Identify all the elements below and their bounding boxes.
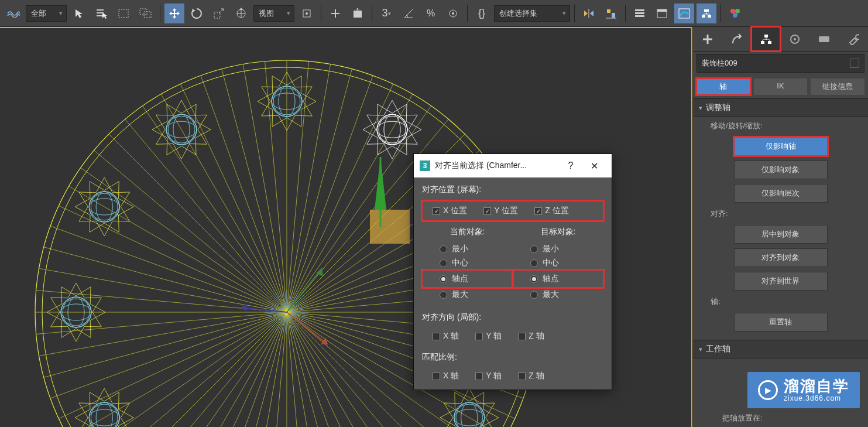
curve-editor-icon[interactable]	[674, 4, 694, 23]
align-icon[interactable]	[601, 4, 621, 23]
align-orientation-label: 对齐方向 (局部):	[422, 312, 603, 323]
svg-line-453	[51, 298, 60, 312]
svg-line-446	[84, 326, 101, 327]
wave-icon[interactable]	[4, 4, 23, 23]
current-max-radio[interactable]: 最大	[422, 288, 513, 302]
window-crossing-icon[interactable]	[136, 4, 156, 23]
svg-line-127	[303, 87, 312, 101]
svg-line-457	[68, 283, 76, 298]
svg-point-432	[91, 402, 118, 427]
svg-line-267	[486, 403, 495, 418]
dialog-titlebar[interactable]: 3 对齐当前选择 (Chamfer... ? ✕	[414, 154, 612, 177]
modify-tab[interactable]	[722, 27, 752, 51]
svg-line-533	[195, 121, 211, 129]
ik-subtab[interactable]: IK	[754, 78, 808, 95]
current-pivot-radio[interactable]: 轴点	[422, 270, 513, 288]
svg-line-144	[287, 76, 301, 85]
spinner-snap-icon[interactable]	[443, 4, 463, 23]
center-to-object-button[interactable]: 居中到对象	[734, 225, 828, 244]
svg-line-132	[272, 118, 287, 127]
x-axis-checkbox[interactable]: X 轴	[433, 331, 459, 341]
target-center-radio[interactable]: 中心	[513, 256, 603, 270]
target-min-radio[interactable]: 最小	[513, 242, 603, 256]
utilities-tab[interactable]	[839, 27, 868, 51]
current-center-radio[interactable]: 中心	[422, 256, 513, 270]
target-max-radio[interactable]: 最大	[513, 288, 603, 302]
layer-explorer-icon[interactable]	[630, 4, 650, 23]
edit-selection-set-icon[interactable]: {}	[472, 4, 492, 23]
link-info-subtab[interactable]: 链接信息	[811, 78, 864, 95]
selection-filter-dropdown[interactable]: 全部	[26, 5, 67, 22]
y-axis-checkbox[interactable]: Y 轴	[475, 331, 502, 341]
z-axis-checkbox[interactable]: Z 轴	[518, 331, 544, 341]
adjust-pivot-rollout[interactable]: 调整轴	[693, 98, 868, 117]
svg-line-283	[444, 403, 461, 404]
align-position-label: 对齐位置 (屏幕):	[422, 185, 603, 195]
named-selection-dropdown[interactable]: 创建选择集	[494, 5, 570, 22]
keyboard-shortcut-icon[interactable]	[348, 4, 368, 23]
align-to-object-button[interactable]: 对齐到对象	[734, 248, 828, 267]
main-toolbar: 全部 视图 3▾ % {} 创建选择集	[0, 0, 868, 27]
mirror-icon[interactable]	[579, 4, 599, 23]
ref-coord-dropdown[interactable]: 视图	[253, 5, 294, 22]
svg-line-179	[392, 104, 407, 113]
y-position-checkbox[interactable]: ✓Y 位置	[483, 206, 518, 216]
z-position-checkbox[interactable]: ✓Z 位置	[534, 206, 568, 216]
z-scale-checkbox[interactable]: Z 轴	[518, 371, 544, 381]
object-name-field[interactable]: 装饰柱009	[697, 54, 864, 73]
working-pivot-rollout[interactable]: 工作轴	[693, 340, 868, 358]
schematic-view-icon[interactable]	[697, 4, 716, 23]
svg-line-70	[59, 206, 287, 312]
reset-pivot-button[interactable]: 重置轴	[734, 313, 828, 332]
percent-snap-icon[interactable]: %	[421, 4, 441, 23]
select-scale-icon[interactable]	[209, 4, 229, 23]
angle-snap-icon[interactable]	[399, 4, 418, 23]
x-position-checkbox[interactable]: ✓X 位置	[433, 206, 467, 216]
select-move-icon[interactable]	[164, 4, 184, 23]
display-tab[interactable]	[809, 27, 839, 51]
watermark: ▶ 溜溜自学 zixue.3d66.com	[747, 372, 860, 408]
svg-line-426	[112, 403, 129, 404]
select-rotate-icon[interactable]	[187, 4, 207, 23]
svg-line-140	[272, 76, 273, 93]
svg-line-146	[295, 87, 312, 87]
svg-marker-551	[240, 304, 247, 311]
toggle-ribbon-icon[interactable]	[652, 4, 672, 23]
y-scale-checkbox[interactable]: Y 轴	[475, 371, 502, 381]
current-min-radio[interactable]: 最小	[422, 242, 513, 256]
hierarchy-tab[interactable]	[752, 27, 781, 51]
material-editor-icon[interactable]	[725, 4, 745, 23]
select-object-icon[interactable]	[69, 4, 89, 23]
svg-line-163	[406, 138, 407, 155]
color-swatch[interactable]	[850, 59, 859, 68]
affect-pivot-only-button[interactable]: 仅影响轴	[734, 137, 828, 156]
snap-toggle-3-icon[interactable]: 3▾	[376, 4, 396, 23]
rect-region-icon[interactable]	[114, 4, 133, 23]
create-tab[interactable]	[693, 27, 722, 51]
svg-line-461	[84, 298, 101, 298]
selset-label: 创建选择集	[499, 8, 537, 19]
motion-tab[interactable]	[780, 27, 809, 51]
select-place-icon[interactable]	[231, 4, 251, 23]
select-manipulate-icon[interactable]	[325, 4, 345, 23]
svg-point-294	[456, 402, 483, 427]
affect-hierarchy-only-button[interactable]: 仅影响层次	[734, 184, 828, 203]
pivot-section-label: 轴:	[693, 293, 868, 310]
svg-point-295	[461, 402, 478, 427]
x-scale-checkbox[interactable]: X 轴	[433, 371, 459, 381]
svg-line-496	[112, 192, 129, 193]
use-pivot-center-icon[interactable]	[297, 4, 317, 23]
target-pivot-radio[interactable]: 轴点	[513, 270, 603, 288]
svg-line-278	[444, 403, 452, 418]
select-by-name-icon[interactable]	[91, 4, 111, 23]
svg-line-478	[118, 215, 119, 232]
affect-object-only-button[interactable]: 仅影响对象	[734, 160, 828, 179]
svg-line-176	[363, 121, 378, 129]
svg-line-61	[50, 312, 287, 398]
svg-line-530	[167, 104, 181, 113]
svg-line-490	[90, 182, 90, 199]
close-button[interactable]: ✕	[582, 160, 606, 172]
help-button[interactable]: ?	[559, 160, 582, 171]
align-to-world-button[interactable]: 对齐到世界	[734, 272, 828, 291]
pivot-subtab[interactable]: 轴	[697, 78, 750, 95]
